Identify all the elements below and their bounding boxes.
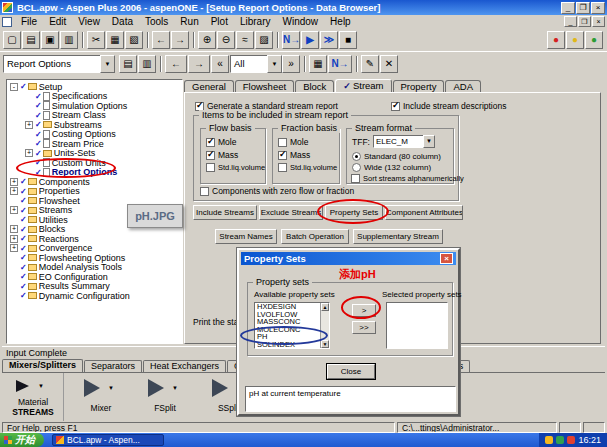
step-icon[interactable]: ≫ (320, 31, 338, 49)
expand-icon[interactable]: + (25, 149, 33, 157)
expand-icon[interactable]: + (10, 206, 18, 214)
chevron-down-icon[interactable]: ▼ (100, 55, 115, 73)
minimize-icon[interactable]: _ (561, 2, 575, 14)
palette-tab-separators[interactable]: Separators (84, 360, 142, 372)
last-icon[interactable]: » (282, 55, 300, 73)
expand-icon[interactable]: + (10, 178, 18, 186)
status-red-icon[interactable]: ● (547, 31, 565, 49)
tree-item[interactable]: Dynamic Configuration (10, 291, 182, 301)
filter-combo[interactable]: All ▼ (230, 55, 282, 73)
tree-item[interactable]: Specifications (25, 92, 182, 102)
move-one-button[interactable]: > (352, 304, 376, 317)
checkbox-icon[interactable] (278, 163, 287, 172)
tray-icon[interactable] (567, 436, 575, 444)
scroll-down-icon[interactable]: ▼ (321, 340, 329, 348)
run-icon[interactable]: ▶ (301, 31, 319, 49)
collapse-icon[interactable]: - (10, 83, 18, 91)
restore-icon[interactable]: ❐ (576, 2, 590, 14)
checkbox-icon[interactable] (351, 174, 360, 183)
palette-tab-mixers-splitters[interactable]: Mixers/Splitters (2, 359, 83, 372)
cut-icon[interactable]: ✂ (87, 31, 105, 49)
checkbox-icon[interactable] (200, 187, 209, 196)
list-item[interactable]: SOLINDEX (255, 341, 320, 348)
tree-item[interactable]: +Substreams (25, 120, 182, 130)
next-input-icon[interactable]: N→ (328, 55, 352, 73)
paste-icon[interactable]: ▧ (125, 31, 143, 49)
menu-file[interactable]: File (15, 16, 43, 27)
scroll-up-icon[interactable]: ▲ (321, 303, 329, 311)
expand-icon[interactable]: + (10, 187, 18, 195)
tree-item[interactable]: Results Summary (10, 282, 182, 292)
taskbar-item-aspen[interactable]: BCL.apw - Aspen... (52, 434, 164, 446)
menu-edit[interactable]: Edit (43, 16, 72, 27)
menu-library[interactable]: Library (234, 16, 277, 27)
open-icon[interactable]: ▤ (22, 31, 40, 49)
prev-sheet-icon[interactable]: ▤ (119, 55, 137, 73)
component-attributes-button[interactable]: Component Attributes (385, 205, 463, 220)
property-sets-button[interactable]: Property Sets (325, 205, 383, 220)
model-mixer[interactable]: ▼ Mixer (74, 373, 128, 421)
tree-item-report-options[interactable]: Report Options (25, 168, 182, 178)
tray-icon[interactable] (556, 436, 564, 444)
menu-window[interactable]: Window (277, 16, 325, 27)
checkbox-icon[interactable] (278, 151, 287, 160)
menu-plot[interactable]: Plot (205, 16, 234, 27)
fraction-stdliq-checkbox[interactable]: Std.liq.volume (278, 163, 337, 172)
tree-item[interactable]: -Setup (10, 82, 182, 92)
menu-data[interactable]: Data (106, 16, 139, 27)
chevron-down-icon[interactable]: ▼ (108, 385, 114, 391)
tree-item[interactable]: Model Analysis Tools (10, 263, 182, 273)
tree-item[interactable]: Flowsheeting Options (10, 253, 182, 263)
expand-icon[interactable]: + (10, 235, 18, 243)
checkbox-icon[interactable] (206, 163, 215, 172)
selected-property-sets-list[interactable] (386, 302, 448, 349)
menu-run[interactable]: Run (174, 16, 204, 27)
material-stream-selector[interactable]: ▼ Material STREAMS (2, 373, 64, 421)
flow-mole-checkbox[interactable]: Mole (206, 137, 236, 147)
fraction-mole-checkbox[interactable]: Mole (278, 137, 308, 147)
scrollbar[interactable]: ▲ ▼ (320, 303, 329, 348)
first-icon[interactable]: « (211, 55, 229, 73)
comments-icon[interactable]: ▦ (309, 55, 327, 73)
checkbox-icon[interactable] (206, 138, 215, 147)
data-table-icon[interactable]: ▨ (255, 31, 273, 49)
tree-item[interactable]: EO Configuration (10, 272, 182, 282)
next-sheet-icon[interactable]: ▥ (138, 55, 156, 73)
mdi-restore-icon[interactable]: ❐ (578, 16, 591, 27)
checkbox-icon[interactable] (278, 138, 287, 147)
menu-tools[interactable]: Tools (139, 16, 174, 27)
move-all-button[interactable]: >> (352, 321, 376, 334)
menu-help[interactable]: Help (324, 16, 357, 27)
stream-names-button[interactable]: Stream Names (215, 229, 277, 244)
palette-tab-heat-exchangers[interactable]: Heat Exchangers (143, 360, 226, 372)
standard-radio[interactable]: Standard (80 column) (352, 152, 441, 161)
expand-icon[interactable]: + (25, 121, 33, 129)
close-icon[interactable]: × (591, 2, 605, 14)
tree-item[interactable]: Costing Options (25, 130, 182, 140)
tab-stream[interactable]: ✓Stream (335, 79, 391, 93)
radio-icon[interactable] (352, 152, 361, 161)
include-streams-button[interactable]: Include Streams (193, 205, 257, 220)
next-input-icon[interactable]: N→ (282, 31, 300, 49)
tree-item[interactable]: Stream Class (25, 111, 182, 121)
wide-radio[interactable]: Wide (132 column) (352, 163, 431, 172)
tree-item[interactable]: +Components (10, 177, 182, 187)
radio-icon[interactable] (352, 163, 361, 172)
chevron-down-icon[interactable]: ▼ (38, 383, 44, 389)
modify-icon[interactable]: ✎ (361, 55, 379, 73)
zero-flow-checkbox[interactable]: Components with zero flow or fraction (200, 186, 354, 196)
mdi-close-icon[interactable]: × (592, 16, 605, 27)
sort-streams-checkbox[interactable]: Sort streams alphanumerically (351, 174, 464, 183)
flow-mass-checkbox[interactable]: Mass (206, 150, 238, 160)
close-icon[interactable]: × (440, 253, 453, 264)
undo-icon[interactable]: ← (152, 31, 170, 49)
back-icon[interactable]: ← (165, 55, 187, 73)
checkbox-icon[interactable] (206, 151, 215, 160)
delete-icon[interactable]: ✕ (380, 55, 398, 73)
print-icon[interactable]: ▥ (60, 31, 78, 49)
exclude-streams-button[interactable]: Exclude Streams (259, 205, 323, 220)
tree-item[interactable]: +Convergence (10, 244, 182, 254)
start-button[interactable]: 开始 (0, 433, 44, 447)
redo-icon[interactable]: → (171, 31, 189, 49)
model-fsplit[interactable]: ▼ FSplit (138, 373, 192, 421)
